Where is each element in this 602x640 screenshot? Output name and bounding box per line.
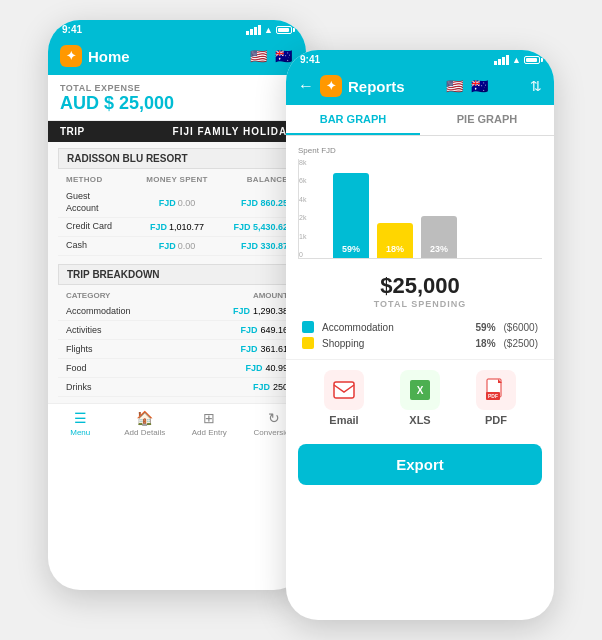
trip-banner: TRIP FIJI FAMILY HOLIDAY bbox=[48, 121, 306, 142]
flag-group: 🇺🇸 🇦🇺 bbox=[247, 49, 294, 63]
conversion-icon: ↻ bbox=[268, 410, 280, 426]
back-button[interactable]: ← bbox=[298, 77, 314, 95]
legend-dot-accommodation bbox=[302, 321, 314, 333]
y-label: 8k bbox=[299, 159, 306, 166]
nav-menu[interactable]: ☰ Menu bbox=[48, 410, 113, 437]
money-cell: FJD0.00 bbox=[135, 198, 218, 208]
right-app-icon: ✦ bbox=[320, 75, 342, 97]
legend-name-shopping: Shopping bbox=[322, 338, 468, 349]
export-pdf[interactable]: PDF PDF bbox=[476, 370, 516, 426]
legend-pct-shopping: 18% bbox=[476, 338, 496, 349]
y-label: 6k bbox=[299, 177, 306, 184]
bar-other-pct: 23% bbox=[430, 244, 448, 254]
total-label: TOTAL SPENDING bbox=[286, 299, 554, 309]
trip-name: FIJI FAMILY HOLIDAY bbox=[173, 126, 294, 137]
bar-other: 23% bbox=[421, 216, 457, 258]
tab-bar-graph[interactable]: BAR GRAPH bbox=[286, 105, 420, 135]
left-status-bar: 9:41 ▲ bbox=[48, 20, 306, 39]
method-cell: GuestAccount bbox=[66, 191, 135, 214]
table-row: Credit Card FJD1,010.77 FJD 5,430.62 bbox=[58, 218, 296, 237]
left-time: 9:41 bbox=[62, 24, 82, 35]
nav-add-details[interactable]: 🏠 Add Details bbox=[113, 410, 178, 437]
legend-item-accommodation: Accommodation 59% ($6000) bbox=[302, 319, 538, 335]
email-icon bbox=[324, 370, 364, 410]
breakdown-category: Food bbox=[66, 363, 245, 373]
expense-amount: AUD $ 25,000 bbox=[60, 93, 294, 114]
trip-label: TRIP bbox=[60, 126, 85, 137]
y-label: 4k bbox=[299, 196, 306, 203]
au-flag: 🇦🇺 bbox=[272, 49, 294, 63]
breakdown-row: Food FJD 40.99 bbox=[58, 359, 296, 378]
left-header-title: Home bbox=[88, 48, 130, 65]
money-cell: FJD1,010.77 bbox=[135, 222, 218, 232]
bar-accommodation: 59% bbox=[333, 173, 369, 258]
breakdown-amount: 1,290.38 bbox=[253, 306, 288, 316]
col-balance-header: BALANCE bbox=[219, 175, 288, 184]
breakdown-header: TRIP BREAKDOWN bbox=[58, 264, 296, 285]
bar-shopping-fill: 18% bbox=[377, 223, 413, 258]
svg-rect-0 bbox=[334, 382, 354, 398]
right-time: 9:41 bbox=[300, 54, 320, 65]
phones-container: 9:41 ▲ ✦ Home 🇺🇸 🇦🇺 bbox=[28, 0, 574, 640]
bottom-nav: ☰ Menu 🏠 Add Details ⊞ Add Entry ↻ Conve… bbox=[48, 403, 306, 441]
breakdown-amount: 361.61 bbox=[260, 344, 288, 354]
bar-accommodation-fill: 59% bbox=[333, 173, 369, 258]
bar-accommodation-pct: 59% bbox=[342, 244, 360, 254]
resort-section-header: RADISSON BLU RESORT bbox=[58, 148, 296, 169]
expense-section: TOTAL EXPENSE AUD $ 25,000 bbox=[48, 75, 306, 121]
table-header: METHOD MONEY SPENT BALANCE bbox=[58, 173, 296, 186]
breakdown-row: Activities FJD 649.16 bbox=[58, 321, 296, 340]
left-status-icons: ▲ bbox=[246, 25, 292, 35]
pdf-icon: PDF bbox=[476, 370, 516, 410]
export-button[interactable]: Export bbox=[298, 444, 542, 485]
add-entry-icon: ⊞ bbox=[203, 410, 215, 426]
breakdown-currency: FJD bbox=[245, 363, 262, 373]
breakdown-category: Drinks bbox=[66, 382, 253, 392]
pdf-label: PDF bbox=[485, 414, 507, 426]
tab-pie-graph[interactable]: PIE GRAPH bbox=[420, 105, 554, 135]
breakdown-category: Flights bbox=[66, 344, 240, 354]
breakdown-col-headers: CATEGORY AMOUNT bbox=[58, 289, 296, 302]
breakdown-currency: FJD bbox=[240, 325, 257, 335]
svg-text:PDF: PDF bbox=[488, 393, 498, 399]
right-status-bar: 9:41 ▲ bbox=[286, 50, 554, 69]
expense-label: TOTAL EXPENSE bbox=[60, 83, 294, 93]
nav-add-entry-label: Add Entry bbox=[192, 428, 227, 437]
total-section: $25,000 TOTAL SPENDING bbox=[286, 263, 554, 315]
bar-shopping-pct: 18% bbox=[386, 244, 404, 254]
method-cell: Credit Card bbox=[66, 221, 135, 233]
breakdown-section: TRIP BREAKDOWN CATEGORY AMOUNT Accommoda… bbox=[58, 264, 296, 397]
table-row: GuestAccount FJD0.00 FJD 860.25 bbox=[58, 188, 296, 218]
expense-currency: AUD $ bbox=[60, 93, 114, 113]
signal-icon bbox=[246, 25, 261, 35]
us-flag: 🇺🇸 bbox=[247, 49, 269, 63]
breakdown-amt-header: AMOUNT bbox=[253, 291, 288, 300]
right-signal-icon bbox=[494, 55, 509, 65]
legend-dot-shopping bbox=[302, 337, 314, 349]
y-axis: 8k 6k 4k 2k 1k 0 bbox=[299, 159, 306, 258]
right-header: ← ✦ Reports 🇺🇸 🇦🇺 ⇅ bbox=[286, 69, 554, 105]
xls-label: XLS bbox=[409, 414, 430, 426]
right-us-flag: 🇺🇸 bbox=[444, 79, 466, 93]
right-phone: 9:41 ▲ ← ✦ Reports 🇺🇸 🇦🇺 bbox=[286, 50, 554, 620]
chart-area: Spent FJD 8k 6k 4k 2k 1k 0 59% bbox=[286, 136, 554, 263]
export-xls[interactable]: X XLS bbox=[400, 370, 440, 426]
balance-cell: FJD 5,430.62 bbox=[219, 222, 288, 232]
export-email[interactable]: Email bbox=[324, 370, 364, 426]
export-options: Email X XLS PDF bbox=[286, 359, 554, 436]
breakdown-cat-header: CATEGORY bbox=[66, 291, 110, 300]
breakdown-category: Accommodation bbox=[66, 306, 233, 316]
add-details-icon: 🏠 bbox=[136, 410, 153, 426]
col-money-header: MONEY SPENT bbox=[135, 175, 218, 184]
legend-section: Accommodation 59% ($6000) Shopping 18% (… bbox=[286, 315, 554, 359]
right-au-flag: 🇦🇺 bbox=[469, 79, 491, 93]
breakdown-currency: FJD bbox=[240, 344, 257, 354]
svg-text:X: X bbox=[417, 385, 424, 396]
left-header: ✦ Home 🇺🇸 🇦🇺 bbox=[48, 39, 306, 75]
breakdown-currency: FJD bbox=[253, 382, 270, 392]
right-status-icons: ▲ bbox=[494, 55, 540, 65]
legend-val-shopping: ($2500) bbox=[504, 338, 538, 349]
sync-icon[interactable]: ⇅ bbox=[530, 78, 542, 94]
nav-add-entry[interactable]: ⊞ Add Entry bbox=[177, 410, 242, 437]
balance-cell: FJD 860.25 bbox=[219, 198, 288, 208]
